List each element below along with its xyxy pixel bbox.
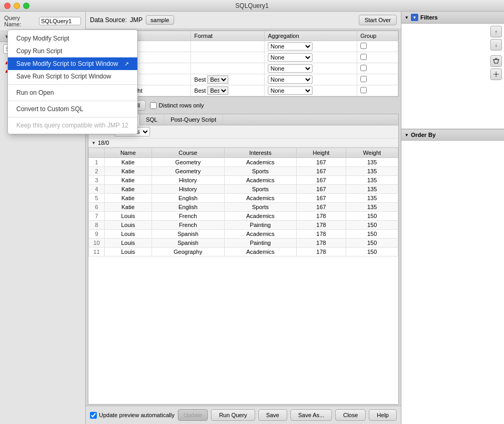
order-by-body	[401, 141, 504, 424]
cell-height: 167	[296, 185, 346, 194]
group-checkbox[interactable]	[360, 76, 367, 82]
format-value: Best	[194, 87, 206, 94]
cell-agg[interactable]: None	[265, 52, 357, 63]
run-query-button[interactable]: Run Query	[211, 409, 255, 421]
cell-weight: 135	[346, 194, 398, 203]
cell-rownum: 2	[89, 167, 105, 176]
col-header-format: Format	[191, 31, 265, 41]
format-select[interactable]: Best	[207, 86, 228, 95]
cell-agg[interactable]: None	[265, 41, 357, 52]
cell-rownum: 10	[89, 239, 105, 248]
sample-button[interactable]: sample	[146, 15, 174, 25]
close-button[interactable]: Close	[335, 409, 366, 421]
cell-course: French	[152, 212, 224, 221]
minimize-window-button[interactable]	[14, 3, 20, 9]
help-button[interactable]: Help	[369, 409, 397, 421]
cell-rownum: 4	[89, 185, 105, 194]
cell-agg[interactable]: None	[265, 74, 357, 85]
cell-agg[interactable]: None	[265, 85, 357, 96]
order-by-header: ▼ Order By	[401, 129, 504, 141]
cell-agg[interactable]: None	[265, 63, 357, 74]
table-row: 9 Louis Spanish Academics 178 150	[89, 230, 398, 239]
distinct-text: Distinct rows only	[159, 102, 204, 109]
filter-settings-button[interactable]	[490, 68, 502, 80]
top-row: Data Source: JMP sample Start Over	[86, 12, 401, 29]
cell-group[interactable]	[357, 63, 398, 74]
cell-name: Katie	[105, 167, 152, 176]
col-header-aggregation: Aggregation	[265, 31, 357, 41]
group-checkbox[interactable]	[360, 65, 367, 71]
cell-name: Katie	[105, 158, 152, 167]
cell-height: 178	[296, 239, 346, 248]
cell-format: Best Best	[191, 74, 265, 85]
cell-group[interactable]	[357, 52, 398, 63]
filter-down-button[interactable]: ↓	[490, 39, 502, 51]
cell-group[interactable]	[357, 85, 398, 96]
title-bar: SQLQuery1	[0, 0, 504, 12]
update-button[interactable]: Update	[178, 409, 208, 421]
cell-interests: Painting	[224, 239, 296, 248]
query-name-input[interactable]	[39, 17, 81, 25]
separator-2	[8, 101, 137, 101]
filter-up-button[interactable]: ↑	[490, 26, 502, 37]
save-button[interactable]: Save	[258, 409, 287, 421]
cell-height: 167	[296, 203, 346, 212]
aggregation-select[interactable]: None	[268, 53, 313, 62]
rows-value: 18/0	[98, 140, 109, 146]
distinct-checkbox[interactable]	[150, 102, 157, 109]
aggregation-select[interactable]: None	[268, 75, 313, 84]
aggregation-select[interactable]: None	[268, 86, 313, 95]
cell-group[interactable]	[357, 74, 398, 85]
cell-name: Louis	[105, 248, 152, 257]
table-row: 4 Katie History Sports 167 135	[89, 185, 398, 194]
th-name: Name	[105, 148, 152, 158]
filter-toolbar: ↑ ↓	[490, 26, 502, 80]
cursor-icon: ↗	[124, 61, 129, 67]
menu-item-keep-compatible: Keep this query compatible with JMP 12	[8, 119, 137, 132]
menu-item-copy-run[interactable]: Copy Run Script	[8, 45, 137, 57]
aggregation-select[interactable]: None	[268, 42, 313, 51]
order-by-title: Order By	[411, 132, 436, 138]
cell-name: Katie	[105, 203, 152, 212]
group-checkbox[interactable]	[360, 87, 367, 93]
window-title: SQLQuery1	[235, 2, 268, 9]
save-as-button[interactable]: Save As...	[290, 409, 332, 421]
cell-rownum: 6	[89, 203, 105, 212]
cell-course: French	[152, 221, 224, 230]
start-over-button[interactable]: Start Over	[359, 15, 397, 25]
tab-sql[interactable]: SQL	[139, 114, 164, 125]
cell-group[interactable]	[357, 41, 398, 52]
cell-course: Spanish	[152, 230, 224, 239]
query-name-label: Query Name:	[4, 15, 37, 27]
cell-name: Katie	[105, 185, 152, 194]
cell-rownum: 1	[89, 158, 105, 167]
close-window-button[interactable]	[4, 3, 11, 9]
filters-icon: ▼	[411, 14, 418, 21]
window-controls	[4, 3, 29, 9]
menu-item-copy-modify[interactable]: Copy Modify Script	[8, 32, 137, 45]
menu-item-save-run[interactable]: Save Run Script to Script Window	[8, 70, 137, 83]
cell-weight: 150	[346, 212, 398, 221]
filter-icon	[493, 58, 499, 64]
auto-preview-row: Update preview automatically	[90, 412, 175, 419]
cell-name: Louis	[105, 230, 152, 239]
cell-interests: Academics	[224, 248, 296, 257]
format-value: Best	[194, 76, 206, 83]
auto-preview-checkbox[interactable]	[90, 412, 97, 419]
cell-weight: 135	[346, 203, 398, 212]
filter-delete-button[interactable]	[490, 55, 502, 67]
cell-rownum: 3	[89, 176, 105, 185]
preview-table: Name Course Interests Height Weight 1 Ka…	[88, 147, 398, 257]
menu-item-run-on-open[interactable]: Run on Open	[8, 86, 137, 99]
menu-item-convert-sql[interactable]: Convert to Custom SQL	[8, 103, 137, 115]
maximize-window-button[interactable]	[23, 3, 29, 9]
group-checkbox[interactable]	[360, 43, 367, 49]
group-checkbox[interactable]	[360, 54, 367, 60]
cell-course: History	[152, 176, 224, 185]
format-select[interactable]: Best	[207, 75, 228, 84]
tab-post-query-script[interactable]: Post-Query Script	[164, 114, 223, 125]
cell-rownum: 9	[89, 230, 105, 239]
th-weight: Weight	[346, 148, 398, 158]
menu-item-save-modify[interactable]: Save Modify Script to Script Window ↗	[8, 57, 137, 70]
aggregation-select[interactable]: None	[268, 64, 313, 73]
